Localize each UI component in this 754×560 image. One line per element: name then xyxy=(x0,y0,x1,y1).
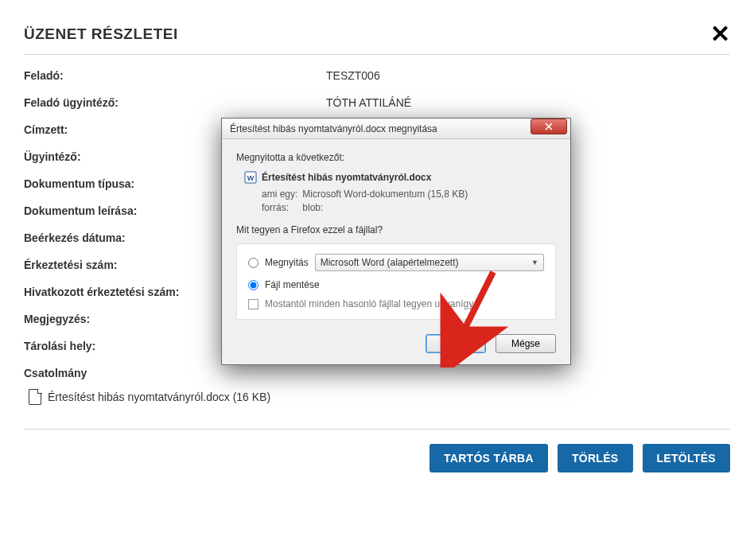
dialog-type-val: Microsoft Word-dokumentum (15,8 KB) xyxy=(302,189,468,200)
delete-button[interactable]: TÖRLÉS xyxy=(558,444,633,472)
dialog-file-row: W Értesítést hibás nyomtatványról.docx xyxy=(244,171,556,184)
remember-label: Mostantól minden hasonló fájllal tegyen … xyxy=(265,298,473,309)
radio-save-label: Fájl mentése xyxy=(265,279,320,290)
dialog-filename: Értesítést hibás nyomtatványról.docx xyxy=(262,172,431,183)
word-doc-icon: W xyxy=(244,171,257,184)
dialog-source-row: forrás: blob: xyxy=(262,202,556,213)
radio-save[interactable] xyxy=(248,280,258,290)
open-file-dialog: Értesítést hibás nyomtatványról.docx meg… xyxy=(221,118,571,365)
attachment-filename: Értesítést hibás nyomtatványról.docx (16… xyxy=(48,391,270,403)
dialog-action-group: Megnyitás Microsoft Word (alapértelmezet… xyxy=(236,243,556,320)
radio-open[interactable] xyxy=(248,258,258,268)
attachment-row[interactable]: Értesítést hibás nyomtatványról.docx (16… xyxy=(24,389,730,405)
dialog-body: Megnyitotta a következőt: W Értesítést h… xyxy=(222,139,570,364)
document-icon xyxy=(29,389,41,405)
row-felado: Feladó: TESZT006 xyxy=(24,69,730,82)
dialog-title: Értesítést hibás nyomtatványról.docx meg… xyxy=(230,123,437,134)
archive-button[interactable]: TARTÓS TÁRBA xyxy=(429,444,548,472)
dialog-question: Mit tegyen a Firefox ezzel a fájllal? xyxy=(236,224,556,235)
panel-header: ÜZENET RÉSZLETEI ✕ xyxy=(24,22,730,55)
close-icon[interactable]: ✕ xyxy=(710,22,730,46)
dialog-footer: OK Mégse xyxy=(236,334,556,353)
attachment-section-label: Csatolmány xyxy=(24,367,730,379)
open-with-value: Microsoft Word (alapértelmezett) xyxy=(321,257,459,268)
dialog-source-val: blob: xyxy=(302,202,323,213)
footer-buttons: TARTÓS TÁRBA TÖRLÉS LETÖLTÉS xyxy=(24,429,730,472)
close-icon xyxy=(545,122,553,130)
value-felado-ugyintezo: TÓTH ATTILÁNÉ xyxy=(326,96,730,109)
row-felado-ugyintezo: Feladó ügyintéző: TÓTH ATTILÁNÉ xyxy=(24,96,730,109)
panel-title: ÜZENET RÉSZLETEI xyxy=(24,25,178,43)
cancel-button[interactable]: Mégse xyxy=(496,334,556,353)
radio-open-label: Megnyitás xyxy=(265,257,309,268)
radio-open-row[interactable]: Megnyitás Microsoft Word (alapértelmezet… xyxy=(248,254,544,271)
download-button[interactable]: LETÖLTÉS xyxy=(643,444,730,472)
dialog-titlebar[interactable]: Értesítést hibás nyomtatványról.docx meg… xyxy=(222,119,570,139)
dialog-type-row: ami egy: Microsoft Word-dokumentum (15,8… xyxy=(262,189,556,200)
remember-choice-row[interactable]: Mostantól minden hasonló fájllal tegyen … xyxy=(248,298,544,309)
opened-label: Megnyitotta a következőt: xyxy=(236,152,556,163)
open-with-select[interactable]: Microsoft Word (alapértelmezett) ▼ xyxy=(315,254,544,271)
chevron-down-icon: ▼ xyxy=(531,259,538,266)
remember-checkbox[interactable] xyxy=(248,299,258,309)
label-felado-ugyintezo: Feladó ügyintéző: xyxy=(24,96,326,109)
svg-text:W: W xyxy=(247,174,255,182)
radio-save-row[interactable]: Fájl mentése xyxy=(248,279,544,290)
dialog-type-key: ami egy: xyxy=(262,189,300,200)
label-felado: Feladó: xyxy=(24,69,326,82)
dialog-source-key: forrás: xyxy=(262,202,300,213)
value-felado: TESZT006 xyxy=(326,69,730,82)
dialog-close-button[interactable] xyxy=(531,119,567,134)
ok-button[interactable]: OK xyxy=(426,334,486,353)
